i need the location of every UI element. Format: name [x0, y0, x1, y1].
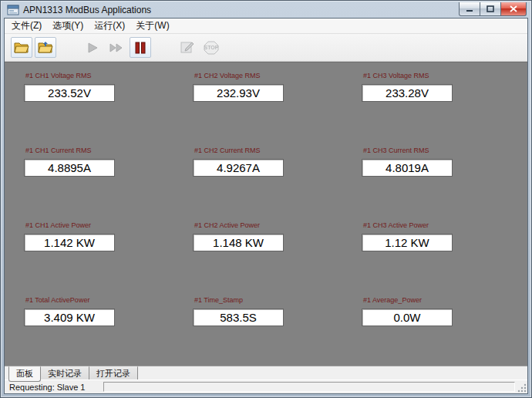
open-file-button[interactable]: [11, 37, 32, 58]
indicator-value: 1.12 KW: [362, 234, 453, 251]
indicator-value: 1.148 KW: [193, 234, 284, 251]
menu-about[interactable]: 关于(W): [130, 18, 174, 34]
indicator-value: 4.8019A: [362, 159, 453, 177]
titlebar[interactable]: APN1313 ModBus Applications: [4, 1, 528, 18]
minimize-button[interactable]: [459, 2, 480, 16]
indicator-label: #1 CH1 Current RMS: [25, 147, 193, 154]
indicator-ch3-current: #1 CH3 Current RMS 4.8019A: [362, 145, 527, 220]
tab-panel[interactable]: 面板: [8, 366, 41, 382]
indicator-label: #1 CH1 Voltage RMS: [25, 72, 193, 79]
tabbar: 面板 实时记录 打开记录: [5, 366, 527, 379]
close-icon: [510, 5, 517, 12]
indicator-label: #1 Time_Stamp: [194, 296, 362, 304]
fast-forward-icon: [109, 42, 123, 54]
indicator-value: 3.409 KW: [24, 309, 115, 326]
maximize-icon: [487, 5, 494, 12]
pause-button[interactable]: [130, 37, 151, 58]
edit-icon: [180, 41, 194, 54]
close-button[interactable]: [500, 2, 527, 16]
indicator-ch1-power: #1 CH1 Active Power 1.142 KW: [24, 220, 193, 295]
fast-forward-button[interactable]: [106, 37, 127, 58]
window-title: APN1313 ModBus Applications: [23, 5, 456, 15]
indicator-average-power: #1 Average_Power 0.0W: [362, 295, 527, 366]
menubar: 文件(Z) 选项(Y) 运行(X) 关于(W): [5, 19, 527, 34]
resize-grip[interactable]: [517, 383, 527, 393]
main-panel: #1 CH1 Voltage RMS 233.52V #1 CH2 Voltag…: [5, 62, 527, 366]
indicator-ch1-current: #1 CH1 Current RMS 4.8895A: [24, 145, 193, 220]
indicator-label: #1 CH2 Current RMS: [194, 147, 362, 154]
indicator-value: 0.0W: [362, 309, 453, 326]
app-icon: [7, 4, 19, 16]
play-button[interactable]: [82, 37, 103, 58]
indicator-label: #1 CH3 Current RMS: [363, 147, 527, 154]
indicator-time-stamp: #1 Time_Stamp 583.5S: [193, 295, 362, 366]
indicator-grid: #1 CH1 Voltage RMS 233.52V #1 CH2 Voltag…: [5, 62, 527, 366]
toolbar: STOP: [5, 34, 527, 62]
status-section: [103, 382, 515, 392]
indicator-label: #1 CH2 Voltage RMS: [194, 72, 362, 79]
indicator-label: #1 Average_Power: [363, 296, 527, 304]
maximize-button[interactable]: [480, 2, 501, 16]
indicator-label: #1 CH3 Voltage RMS: [363, 72, 527, 79]
indicator-value: 1.142 KW: [24, 234, 115, 251]
indicator-value: 232.93V: [193, 84, 284, 102]
pause-icon: [135, 42, 146, 54]
indicator-label: #1 Total ActivePower: [25, 296, 193, 304]
indicator-value: 4.9267A: [193, 159, 284, 177]
indicator-ch2-voltage: #1 CH2 Voltage RMS 232.93V: [193, 70, 362, 145]
indicator-value: 233.52V: [24, 84, 115, 102]
indicator-ch3-voltage: #1 CH3 Voltage RMS 233.28V: [362, 70, 527, 145]
indicator-total-power: #1 Total ActivePower 3.409 KW: [24, 295, 193, 366]
folder-open-icon: [14, 41, 30, 54]
indicator-label: #1 CH3 Active Power: [363, 221, 527, 229]
edit-button[interactable]: [177, 37, 198, 58]
indicator-ch2-power: #1 CH2 Active Power 1.148 KW: [193, 220, 362, 295]
indicator-value: 4.8895A: [24, 159, 115, 177]
app-window: APN1313 ModBus Applications 文件(Z) 选项(Y) …: [0, 0, 532, 398]
indicator-value: 233.28V: [362, 84, 453, 102]
indicator-value: 583.5S: [193, 309, 284, 326]
stop-button[interactable]: STOP: [200, 37, 222, 58]
menu-file[interactable]: 文件(Z): [6, 18, 47, 34]
open-folder-button[interactable]: [35, 37, 56, 58]
indicator-label: #1 CH2 Active Power: [194, 221, 362, 229]
minimize-icon: [466, 5, 473, 12]
window-controls: [460, 2, 527, 16]
indicator-ch1-voltage: #1 CH1 Voltage RMS 233.52V: [24, 70, 193, 145]
indicator-ch3-power: #1 CH3 Active Power 1.12 KW: [362, 220, 527, 295]
client-area: 文件(Z) 选项(Y) 运行(X) 关于(W): [4, 18, 528, 394]
menu-options[interactable]: 选项(Y): [47, 18, 89, 34]
play-icon: [86, 42, 99, 54]
status-text: Requesting: Slave 1: [9, 383, 85, 392]
folder-open-icon: [38, 41, 54, 54]
indicator-label: #1 CH1 Active Power: [25, 221, 193, 229]
stop-label: STOP: [204, 45, 219, 50]
statusbar: Requesting: Slave 1: [5, 379, 527, 393]
indicator-ch2-current: #1 CH2 Current RMS 4.9267A: [193, 145, 362, 220]
menu-run[interactable]: 运行(X): [89, 18, 130, 34]
